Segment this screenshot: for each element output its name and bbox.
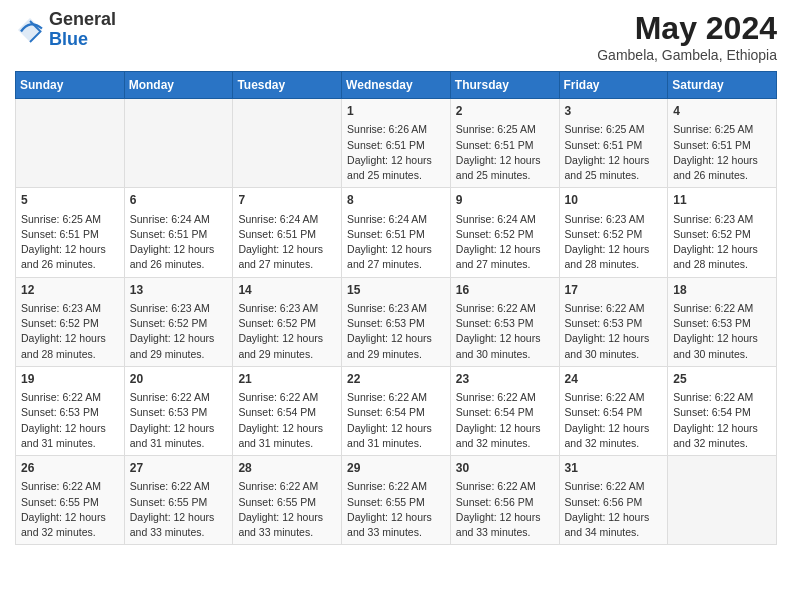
day-number: 14	[238, 282, 336, 299]
day-info: Sunrise: 6:25 AM Sunset: 6:51 PM Dayligh…	[565, 122, 663, 183]
day-info: Sunrise: 6:22 AM Sunset: 6:53 PM Dayligh…	[456, 301, 554, 362]
day-number: 25	[673, 371, 771, 388]
day-number: 11	[673, 192, 771, 209]
calendar-cell: 10Sunrise: 6:23 AM Sunset: 6:52 PM Dayli…	[559, 188, 668, 277]
day-info: Sunrise: 6:23 AM Sunset: 6:52 PM Dayligh…	[673, 212, 771, 273]
day-info: Sunrise: 6:22 AM Sunset: 6:53 PM Dayligh…	[21, 390, 119, 451]
calendar-cell: 17Sunrise: 6:22 AM Sunset: 6:53 PM Dayli…	[559, 277, 668, 366]
day-number: 13	[130, 282, 228, 299]
day-number: 22	[347, 371, 445, 388]
weekday-row: SundayMondayTuesdayWednesdayThursdayFrid…	[16, 72, 777, 99]
title-block: May 2024 Gambela, Gambela, Ethiopia	[597, 10, 777, 63]
day-number: 19	[21, 371, 119, 388]
day-number: 17	[565, 282, 663, 299]
weekday-header-thursday: Thursday	[450, 72, 559, 99]
calendar-body: 1Sunrise: 6:26 AM Sunset: 6:51 PM Daylig…	[16, 99, 777, 545]
day-number: 15	[347, 282, 445, 299]
calendar-cell	[668, 456, 777, 545]
weekday-header-monday: Monday	[124, 72, 233, 99]
day-number: 7	[238, 192, 336, 209]
day-info: Sunrise: 6:24 AM Sunset: 6:51 PM Dayligh…	[238, 212, 336, 273]
day-number: 18	[673, 282, 771, 299]
weekday-header-wednesday: Wednesday	[342, 72, 451, 99]
calendar-cell: 11Sunrise: 6:23 AM Sunset: 6:52 PM Dayli…	[668, 188, 777, 277]
day-info: Sunrise: 6:22 AM Sunset: 6:55 PM Dayligh…	[21, 479, 119, 540]
day-info: Sunrise: 6:25 AM Sunset: 6:51 PM Dayligh…	[21, 212, 119, 273]
calendar-cell: 27Sunrise: 6:22 AM Sunset: 6:55 PM Dayli…	[124, 456, 233, 545]
day-info: Sunrise: 6:22 AM Sunset: 6:56 PM Dayligh…	[565, 479, 663, 540]
calendar-header: SundayMondayTuesdayWednesdayThursdayFrid…	[16, 72, 777, 99]
day-number: 27	[130, 460, 228, 477]
calendar-week-1: 1Sunrise: 6:26 AM Sunset: 6:51 PM Daylig…	[16, 99, 777, 188]
day-number: 1	[347, 103, 445, 120]
logo-icon	[15, 15, 45, 45]
day-info: Sunrise: 6:22 AM Sunset: 6:54 PM Dayligh…	[565, 390, 663, 451]
day-number: 24	[565, 371, 663, 388]
day-info: Sunrise: 6:22 AM Sunset: 6:53 PM Dayligh…	[130, 390, 228, 451]
calendar-cell: 18Sunrise: 6:22 AM Sunset: 6:53 PM Dayli…	[668, 277, 777, 366]
day-info: Sunrise: 6:23 AM Sunset: 6:52 PM Dayligh…	[238, 301, 336, 362]
month-title: May 2024	[597, 10, 777, 47]
day-info: Sunrise: 6:22 AM Sunset: 6:55 PM Dayligh…	[347, 479, 445, 540]
day-number: 10	[565, 192, 663, 209]
calendar-cell: 7Sunrise: 6:24 AM Sunset: 6:51 PM Daylig…	[233, 188, 342, 277]
calendar-cell	[124, 99, 233, 188]
day-number: 8	[347, 192, 445, 209]
weekday-header-friday: Friday	[559, 72, 668, 99]
day-info: Sunrise: 6:22 AM Sunset: 6:54 PM Dayligh…	[238, 390, 336, 451]
day-info: Sunrise: 6:24 AM Sunset: 6:51 PM Dayligh…	[130, 212, 228, 273]
day-number: 26	[21, 460, 119, 477]
calendar-cell: 6Sunrise: 6:24 AM Sunset: 6:51 PM Daylig…	[124, 188, 233, 277]
calendar-cell: 22Sunrise: 6:22 AM Sunset: 6:54 PM Dayli…	[342, 366, 451, 455]
calendar-cell: 28Sunrise: 6:22 AM Sunset: 6:55 PM Dayli…	[233, 456, 342, 545]
day-info: Sunrise: 6:25 AM Sunset: 6:51 PM Dayligh…	[673, 122, 771, 183]
day-info: Sunrise: 6:26 AM Sunset: 6:51 PM Dayligh…	[347, 122, 445, 183]
day-info: Sunrise: 6:24 AM Sunset: 6:51 PM Dayligh…	[347, 212, 445, 273]
calendar-week-2: 5Sunrise: 6:25 AM Sunset: 6:51 PM Daylig…	[16, 188, 777, 277]
calendar-cell: 25Sunrise: 6:22 AM Sunset: 6:54 PM Dayli…	[668, 366, 777, 455]
calendar-cell	[16, 99, 125, 188]
logo-blue: Blue	[49, 29, 88, 49]
day-number: 3	[565, 103, 663, 120]
day-number: 16	[456, 282, 554, 299]
day-info: Sunrise: 6:22 AM Sunset: 6:54 PM Dayligh…	[673, 390, 771, 451]
calendar-cell: 9Sunrise: 6:24 AM Sunset: 6:52 PM Daylig…	[450, 188, 559, 277]
location: Gambela, Gambela, Ethiopia	[597, 47, 777, 63]
day-info: Sunrise: 6:22 AM Sunset: 6:54 PM Dayligh…	[456, 390, 554, 451]
calendar-cell: 29Sunrise: 6:22 AM Sunset: 6:55 PM Dayli…	[342, 456, 451, 545]
day-number: 28	[238, 460, 336, 477]
calendar-cell: 21Sunrise: 6:22 AM Sunset: 6:54 PM Dayli…	[233, 366, 342, 455]
weekday-header-sunday: Sunday	[16, 72, 125, 99]
calendar-week-5: 26Sunrise: 6:22 AM Sunset: 6:55 PM Dayli…	[16, 456, 777, 545]
day-info: Sunrise: 6:22 AM Sunset: 6:53 PM Dayligh…	[673, 301, 771, 362]
day-number: 12	[21, 282, 119, 299]
calendar-cell: 30Sunrise: 6:22 AM Sunset: 6:56 PM Dayli…	[450, 456, 559, 545]
weekday-header-tuesday: Tuesday	[233, 72, 342, 99]
day-number: 31	[565, 460, 663, 477]
calendar-cell: 24Sunrise: 6:22 AM Sunset: 6:54 PM Dayli…	[559, 366, 668, 455]
day-number: 23	[456, 371, 554, 388]
calendar-cell: 14Sunrise: 6:23 AM Sunset: 6:52 PM Dayli…	[233, 277, 342, 366]
calendar-cell: 12Sunrise: 6:23 AM Sunset: 6:52 PM Dayli…	[16, 277, 125, 366]
day-info: Sunrise: 6:25 AM Sunset: 6:51 PM Dayligh…	[456, 122, 554, 183]
day-info: Sunrise: 6:22 AM Sunset: 6:56 PM Dayligh…	[456, 479, 554, 540]
day-number: 6	[130, 192, 228, 209]
calendar-cell: 16Sunrise: 6:22 AM Sunset: 6:53 PM Dayli…	[450, 277, 559, 366]
day-number: 29	[347, 460, 445, 477]
calendar-table: SundayMondayTuesdayWednesdayThursdayFrid…	[15, 71, 777, 545]
day-number: 9	[456, 192, 554, 209]
day-number: 21	[238, 371, 336, 388]
day-number: 4	[673, 103, 771, 120]
logo-general: General	[49, 9, 116, 29]
day-info: Sunrise: 6:23 AM Sunset: 6:52 PM Dayligh…	[565, 212, 663, 273]
day-info: Sunrise: 6:23 AM Sunset: 6:52 PM Dayligh…	[130, 301, 228, 362]
calendar-cell: 8Sunrise: 6:24 AM Sunset: 6:51 PM Daylig…	[342, 188, 451, 277]
logo: General Blue	[15, 10, 116, 50]
day-info: Sunrise: 6:22 AM Sunset: 6:55 PM Dayligh…	[130, 479, 228, 540]
calendar-cell: 19Sunrise: 6:22 AM Sunset: 6:53 PM Dayli…	[16, 366, 125, 455]
calendar-cell: 15Sunrise: 6:23 AM Sunset: 6:53 PM Dayli…	[342, 277, 451, 366]
calendar-cell: 1Sunrise: 6:26 AM Sunset: 6:51 PM Daylig…	[342, 99, 451, 188]
calendar-week-3: 12Sunrise: 6:23 AM Sunset: 6:52 PM Dayli…	[16, 277, 777, 366]
calendar-cell: 26Sunrise: 6:22 AM Sunset: 6:55 PM Dayli…	[16, 456, 125, 545]
day-number: 20	[130, 371, 228, 388]
